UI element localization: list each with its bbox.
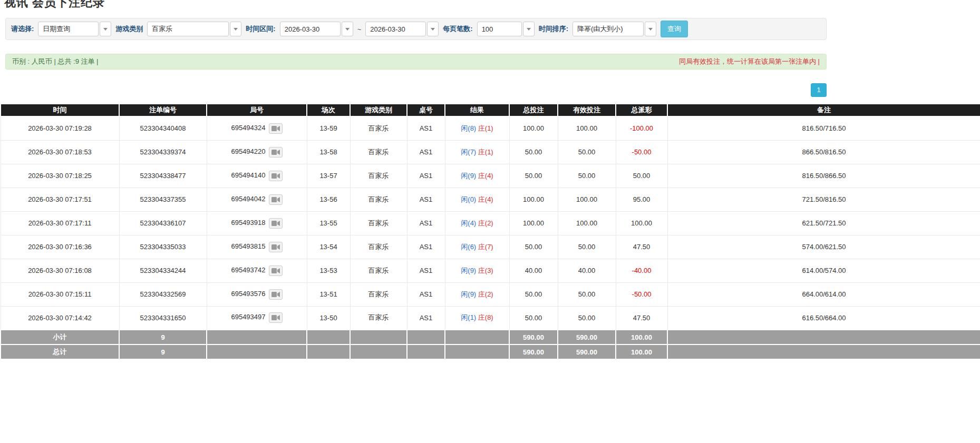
cell-session: 13-50 (307, 306, 350, 330)
game-type-caret-button[interactable] (230, 22, 241, 36)
filter-bar: 请选择: 游戏类别 时间区间: ~ 每页笔数: 时间排序: (5, 18, 827, 40)
video-replay-button[interactable] (269, 289, 283, 300)
video-camera-icon (271, 173, 280, 179)
cell-time: 2026-03-30 07:19:28 (1, 116, 119, 140)
cell-result: 闲(9) 庄(3) (445, 259, 509, 282)
video-replay-button[interactable] (269, 194, 283, 205)
cell-payout: -50.00 (616, 282, 667, 306)
table-row: 2026-03-30 07:18:25 523304338477 6954941… (1, 164, 980, 188)
cell-session: 13-57 (307, 164, 350, 188)
video-replay-button[interactable] (269, 171, 283, 181)
cell-game-type: 百家乐 (350, 259, 407, 282)
search-button[interactable]: 查询 (661, 21, 688, 37)
query-type-caret-button[interactable] (100, 22, 111, 36)
page-size-caret-button[interactable] (523, 22, 535, 36)
time-sort-input[interactable] (573, 22, 644, 36)
cell-total-bet-link[interactable]: 50.00 (509, 282, 558, 306)
banker-result: 庄(4) (478, 195, 493, 203)
video-replay-button[interactable] (269, 312, 283, 323)
col-header-total-bet: 总投注 (509, 104, 558, 116)
banker-result: 庄(7) (478, 243, 493, 251)
total-empty (667, 344, 980, 359)
cell-session: 13-59 (307, 116, 350, 140)
cell-round-id: 695493815 (207, 235, 307, 259)
cell-session: 13-55 (307, 211, 350, 235)
cell-payout: 50.00 (616, 164, 667, 188)
cell-table-no: AS1 (407, 282, 445, 306)
cell-session: 13-51 (307, 282, 350, 306)
player-result: 闲(0) (461, 195, 476, 203)
cell-game-type: 百家乐 (350, 235, 407, 259)
col-header-remark: 备注 (667, 104, 980, 116)
cell-total-bet-link[interactable]: 50.00 (509, 164, 558, 188)
page-size-input[interactable] (477, 22, 522, 36)
pagination-page-1[interactable]: 1 (811, 83, 827, 97)
cell-bet-id: 523304340408 (119, 116, 207, 140)
cell-table-no: AS1 (407, 140, 445, 164)
cell-game-type: 百家乐 (350, 306, 407, 330)
cell-bet-id: 523304331650 (119, 306, 207, 330)
cell-round-id: 695493576 (207, 282, 307, 306)
date-to-combo (365, 22, 439, 36)
chevron-down-icon (648, 28, 653, 31)
date-from-caret-button[interactable] (342, 22, 353, 36)
subtotal-empty (445, 330, 509, 344)
subtotal-count: 9 (119, 330, 207, 344)
page-size-combo (477, 22, 535, 36)
col-header-table-no: 桌号 (407, 104, 445, 116)
cell-remark: 816.50/716.50 (667, 116, 980, 140)
round-id-value: 695493918 (231, 219, 265, 227)
video-camera-icon (271, 291, 280, 298)
cell-time: 2026-03-30 07:15:11 (1, 282, 119, 306)
video-replay-button[interactable] (269, 147, 283, 157)
cell-total-bet-link[interactable]: 50.00 (509, 140, 558, 164)
video-replay-button[interactable] (269, 218, 283, 229)
date-from-input[interactable] (280, 22, 341, 36)
game-type-label: 游戏类别 (115, 24, 143, 34)
summary-bar: 币别 : 人民币 | 总共 :9 注单 | 同局有效投注，统一计算在该局第一张注… (5, 54, 827, 70)
cell-bet-id: 523304335033 (119, 235, 207, 259)
betting-records-table: 时间 注单编号 局号 场次 游戏类别 桌号 结果 总投注 有效投注 总派彩 备注… (0, 103, 980, 360)
cell-valid-bet: 40.00 (558, 259, 616, 282)
round-id-value: 695494220 (231, 147, 265, 155)
cell-total-bet-link[interactable]: 100.00 (509, 116, 558, 140)
banker-result: 庄(1) (478, 124, 493, 132)
total-empty (307, 344, 350, 359)
video-replay-button[interactable] (269, 265, 283, 276)
cell-payout: 95.00 (616, 188, 667, 211)
cell-table-no: AS1 (407, 188, 445, 211)
cell-total-bet-link[interactable]: 50.00 (509, 306, 558, 330)
cell-round-id: 695493497 (207, 306, 307, 330)
query-type-input[interactable] (38, 22, 99, 36)
subtotal-empty (407, 330, 445, 344)
cell-total-bet-link[interactable]: 100.00 (509, 188, 558, 211)
banker-result: 庄(8) (478, 313, 493, 321)
cell-bet-id: 523304339374 (119, 140, 207, 164)
subtotal-label: 小计 (1, 330, 119, 344)
col-header-valid-bet: 有效投注 (558, 104, 616, 116)
query-type-label: 请选择: (11, 24, 34, 34)
cell-result: 闲(7) 庄(1) (445, 140, 509, 164)
date-to-caret-button[interactable] (427, 22, 439, 36)
video-camera-icon (271, 196, 280, 203)
total-empty (445, 344, 509, 359)
total-payout: 100.00 (616, 344, 667, 359)
date-to-input[interactable] (365, 22, 426, 36)
video-replay-button[interactable] (269, 242, 283, 252)
cell-session: 13-58 (307, 140, 350, 164)
cell-session: 13-54 (307, 235, 350, 259)
cell-total-bet-link[interactable]: 50.00 (509, 235, 558, 259)
time-sort-caret-button[interactable] (645, 22, 656, 36)
cell-total-bet-link[interactable]: 100.00 (509, 211, 558, 235)
cell-session: 13-56 (307, 188, 350, 211)
cell-round-id: 695494220 (207, 140, 307, 164)
game-type-input[interactable] (147, 22, 229, 36)
cell-total-bet-link[interactable]: 40.00 (509, 259, 558, 282)
cell-table-no: AS1 (407, 235, 445, 259)
cell-time: 2026-03-30 07:16:36 (1, 235, 119, 259)
video-replay-button[interactable] (269, 123, 283, 134)
cell-round-id: 695494042 (207, 188, 307, 211)
banker-result: 庄(4) (478, 172, 493, 180)
chevron-down-icon (234, 28, 238, 31)
cell-game-type: 百家乐 (350, 164, 407, 188)
